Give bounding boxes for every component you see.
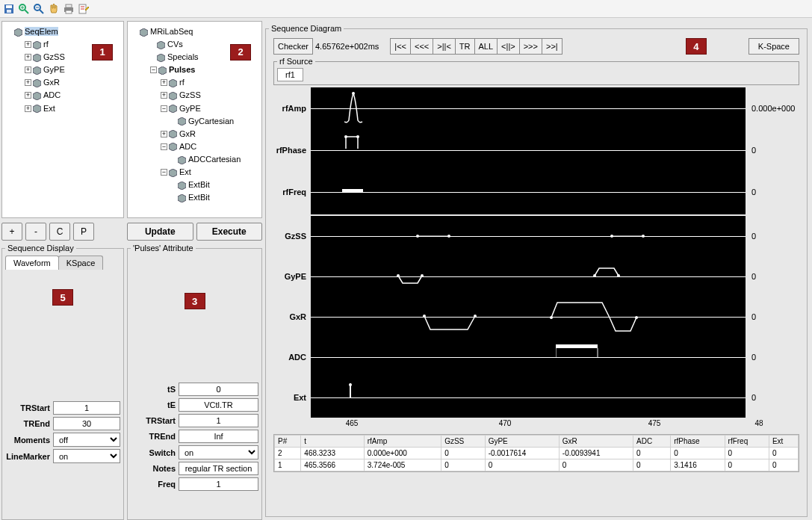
rf-waveform-area[interactable]: rfAmp 0.000e+000 rfPhase 0 rfFreq 0 bbox=[311, 87, 746, 214]
nav-stepfwd[interactable]: <||> bbox=[497, 38, 520, 55]
th[interactable]: ADC bbox=[633, 436, 671, 448]
th[interactable]: GzSS bbox=[441, 436, 485, 448]
input-freq[interactable] bbox=[179, 477, 258, 491]
input-trend2[interactable] bbox=[179, 430, 258, 443]
nav-nextfast[interactable]: >>> bbox=[519, 38, 542, 55]
svg-marker-21 bbox=[33, 92, 41, 100]
expand-icon[interactable]: + bbox=[161, 92, 167, 99]
zoom-in-icon[interactable] bbox=[18, 3, 30, 15]
label-trend: TREnd bbox=[5, 419, 50, 428]
tree2-item[interactable]: rf bbox=[179, 78, 185, 87]
input-trstart2[interactable] bbox=[179, 414, 258, 427]
copy-button[interactable]: C bbox=[49, 223, 70, 241]
table-row[interactable]: 1465.35663.724e-00500003.141600 bbox=[275, 459, 799, 471]
nav-stepback[interactable]: >||< bbox=[433, 38, 456, 55]
update-button[interactable]: Update bbox=[127, 223, 193, 241]
collapse-icon[interactable]: − bbox=[161, 169, 167, 176]
tab-kspace[interactable]: KSpace bbox=[58, 256, 104, 270]
badge-4: 4 bbox=[686, 38, 707, 55]
seqelem-tree[interactable]: 1 SeqElem +rf +GzSS +GyPE +GxR +ADC +Ext bbox=[1, 21, 124, 218]
expand-icon[interactable]: + bbox=[25, 105, 31, 112]
wf-value-rfamp: 0.000e+000 bbox=[751, 104, 795, 113]
svg-marker-16 bbox=[14, 28, 22, 37]
tree2-root[interactable]: MRiLabSeq bbox=[150, 27, 193, 36]
svg-marker-28 bbox=[169, 92, 177, 100]
tree2-item[interactable]: Ext bbox=[179, 167, 191, 176]
execute-button[interactable]: Execute bbox=[196, 223, 263, 241]
tree2-item[interactable]: GxR bbox=[179, 129, 196, 138]
remove-button[interactable]: - bbox=[25, 223, 46, 241]
expand-icon[interactable]: + bbox=[25, 66, 31, 73]
th[interactable]: t bbox=[301, 436, 364, 448]
nav-first[interactable]: |<< bbox=[390, 38, 411, 55]
svg-marker-36 bbox=[178, 194, 186, 202]
expand-icon[interactable]: + bbox=[25, 54, 31, 61]
gradient-waveform-area[interactable]: GzSS0 GyPE0 GxR0 ADC0 Ext bbox=[311, 216, 746, 418]
nav-last[interactable]: >>| bbox=[542, 38, 562, 55]
tree1-root[interactable]: SeqElem bbox=[25, 27, 58, 36]
select-switch[interactable]: on bbox=[179, 445, 258, 459]
expand-icon[interactable]: + bbox=[25, 79, 31, 86]
th[interactable]: rfAmp bbox=[364, 436, 441, 448]
save-icon[interactable] bbox=[3, 3, 15, 15]
select-linemarker[interactable]: on bbox=[53, 449, 120, 463]
collapse-icon[interactable]: − bbox=[161, 105, 167, 112]
collapse-icon[interactable]: − bbox=[161, 143, 167, 150]
table-row[interactable]: 2468.32330.000e+0000-0.0017614-0.0093941… bbox=[275, 448, 799, 459]
svg-point-59 bbox=[349, 383, 352, 386]
svg-line-8 bbox=[40, 10, 43, 13]
svg-rect-55 bbox=[556, 344, 598, 348]
tree2-item[interactable]: GyCartesian bbox=[188, 117, 234, 126]
tree2-item[interactable]: CVs bbox=[167, 40, 183, 49]
expand-icon[interactable]: + bbox=[25, 41, 31, 48]
tree2-item-pulses[interactable]: Pulses bbox=[169, 65, 195, 74]
collapse-icon[interactable]: − bbox=[150, 66, 157, 73]
nav-all[interactable]: ALL bbox=[474, 38, 498, 55]
paste-button[interactable]: P bbox=[73, 223, 94, 241]
pan-icon[interactable] bbox=[48, 3, 60, 15]
tree1-item[interactable]: GxR bbox=[43, 78, 60, 87]
tree2-item[interactable]: Specials bbox=[167, 52, 199, 61]
input-notes[interactable] bbox=[179, 462, 258, 475]
tab-waveform[interactable]: Waveform bbox=[5, 256, 59, 270]
th[interactable]: rfPhase bbox=[671, 436, 725, 448]
tree2-item[interactable]: ADC bbox=[179, 142, 196, 151]
kspace-button[interactable]: K-Space bbox=[749, 38, 799, 55]
nav-tr[interactable]: TR bbox=[455, 38, 475, 55]
tree2-item[interactable]: GyPE bbox=[179, 104, 201, 113]
nav-prevfast[interactable]: <<< bbox=[410, 38, 433, 55]
svg-marker-30 bbox=[178, 117, 186, 126]
mrilabseq-tree[interactable]: 2 MRiLabSeq CVs Specials −Pulses +rf +Gz… bbox=[127, 21, 262, 218]
tree1-item[interactable]: rf bbox=[43, 40, 49, 49]
print-icon[interactable] bbox=[63, 3, 75, 15]
data-table[interactable]: P# t rfAmp GzSS GyPE GxR ADC rfPhase rfF… bbox=[273, 434, 799, 472]
expand-icon[interactable]: + bbox=[161, 131, 167, 137]
input-ts[interactable] bbox=[179, 383, 258, 396]
rf-tab[interactable]: rf1 bbox=[277, 68, 303, 81]
input-trend[interactable] bbox=[53, 417, 120, 430]
svg-point-37 bbox=[352, 92, 355, 95]
zoom-out-icon[interactable] bbox=[33, 3, 45, 15]
th[interactable]: rfFreq bbox=[725, 436, 769, 448]
tree2-item[interactable]: GzSS bbox=[179, 91, 201, 100]
tick: 470 bbox=[499, 419, 512, 427]
tree1-item[interactable]: Ext bbox=[43, 104, 55, 113]
add-button[interactable]: + bbox=[1, 223, 22, 241]
tree1-item[interactable]: GzSS bbox=[43, 52, 65, 61]
th[interactable]: GyPE bbox=[485, 436, 559, 448]
tree1-item[interactable]: ADC bbox=[43, 91, 61, 100]
notes-icon[interactable] bbox=[78, 3, 90, 15]
tree1-item[interactable]: GyPE bbox=[43, 65, 65, 74]
tree2-item[interactable]: ExtBit bbox=[188, 193, 210, 202]
select-moments[interactable]: off bbox=[53, 433, 120, 447]
expand-icon[interactable]: + bbox=[161, 79, 167, 86]
th[interactable]: Ext bbox=[769, 436, 798, 448]
checker-button[interactable]: Checker bbox=[273, 38, 313, 55]
th[interactable]: P# bbox=[275, 436, 301, 448]
expand-icon[interactable]: + bbox=[25, 92, 31, 99]
tree2-item[interactable]: ADCCartesian bbox=[188, 155, 241, 164]
input-trstart[interactable] bbox=[53, 401, 120, 415]
input-te[interactable] bbox=[179, 398, 258, 412]
tree2-item[interactable]: ExtBit bbox=[188, 180, 210, 189]
th[interactable]: GxR bbox=[559, 436, 633, 448]
